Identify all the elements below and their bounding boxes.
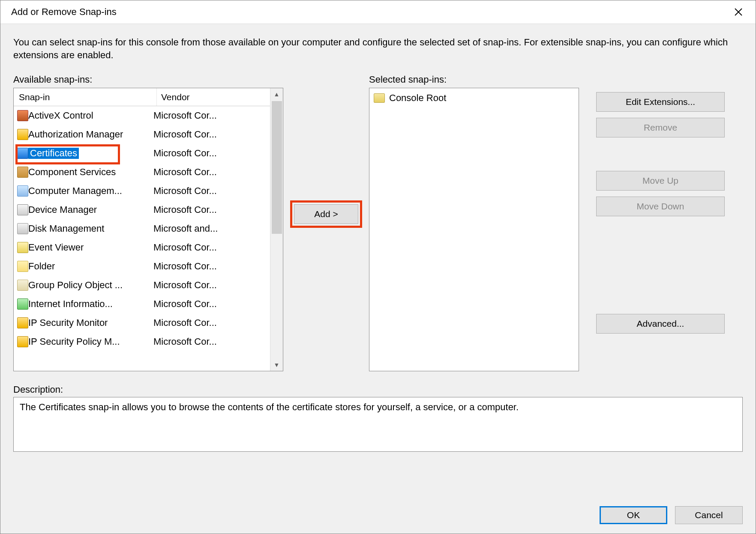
list-item[interactable]: Component ServicesMicrosoft Cor... (14, 163, 270, 182)
dialog-add-remove-snapins: Add or Remove Snap-ins You can select sn… (0, 0, 756, 534)
snapin-name: Device Manager (28, 204, 153, 215)
snapin-name: Certificates (28, 148, 153, 159)
selected-snapins-list[interactable]: Console Root (369, 88, 579, 371)
snapin-vendor: Microsoft Cor... (153, 261, 270, 272)
folder-icon (374, 93, 385, 103)
edit-extensions-button[interactable]: Edit Extensions... (596, 92, 725, 112)
close-button[interactable] (730, 3, 747, 21)
available-snapins-label: Available snap-ins: (13, 74, 283, 85)
list-item[interactable]: Computer Managem...Microsoft Cor... (14, 182, 270, 200)
snapin-name: Disk Management (28, 223, 153, 234)
disk-icon (17, 223, 28, 234)
cert-icon (17, 148, 28, 159)
ipsec1-icon (17, 317, 28, 328)
list-item[interactable]: Authorization ManagerMicrosoft Cor... (14, 125, 270, 144)
list-item[interactable]: FolderMicrosoft Cor... (14, 257, 270, 276)
ok-button[interactable]: OK (600, 506, 667, 524)
comp-icon (17, 167, 28, 178)
snapin-vendor: Microsoft Cor... (153, 317, 270, 328)
description-box: The Certificates snap-in allows you to b… (13, 397, 743, 452)
snapin-name: Authorization Manager (28, 129, 153, 140)
cancel-button[interactable]: Cancel (675, 506, 743, 524)
folder-icon (17, 261, 28, 272)
remove-button[interactable]: Remove (596, 118, 725, 137)
snapin-vendor: Microsoft Cor... (153, 298, 270, 310)
list-item[interactable]: IP Security Policy M...Microsoft Cor... (14, 332, 270, 351)
add-button[interactable]: Add > (294, 204, 358, 224)
selected-snapins-label: Selected snap-ins: (369, 74, 579, 85)
gpo-icon (17, 280, 28, 291)
snapin-name: ActiveX Control (28, 110, 153, 121)
list-item[interactable]: ActiveX ControlMicrosoft Cor... (14, 106, 270, 125)
instructions-text: You can select snap-ins for this console… (13, 36, 743, 61)
selected-item-console-root[interactable]: Console Root (374, 91, 574, 105)
available-snapins-list[interactable]: Snap-in Vendor ActiveX ControlMicrosoft … (13, 88, 283, 371)
list-item[interactable]: IP Security MonitorMicrosoft Cor... (14, 313, 270, 332)
snapin-vendor: Microsoft Cor... (153, 185, 270, 197)
snapin-name: Computer Managem... (28, 185, 153, 197)
compmgmt-icon (17, 185, 28, 197)
dialog-title: Add or Remove Snap-ins (11, 6, 730, 18)
snapin-name: IP Security Monitor (28, 317, 153, 328)
snapin-name: Group Policy Object ... (28, 280, 153, 291)
list-item[interactable]: Device ManagerMicrosoft Cor... (14, 200, 270, 219)
snapin-vendor: Microsoft and... (153, 223, 270, 234)
advanced-button[interactable]: Advanced... (596, 314, 725, 334)
snapin-name: Event Viewer (28, 242, 153, 253)
scrollbar[interactable]: ▲ ▼ (270, 88, 283, 371)
event-icon (17, 242, 28, 253)
column-header-vendor[interactable]: Vendor (157, 92, 283, 102)
dialog-footer: OK Cancel (0, 497, 756, 534)
snapin-vendor: Microsoft Cor... (153, 129, 270, 140)
snapin-vendor: Microsoft Cor... (153, 167, 270, 178)
list-item[interactable]: Disk ManagementMicrosoft and... (14, 219, 270, 238)
device-icon (17, 204, 28, 215)
snapin-vendor: Microsoft Cor... (153, 148, 270, 159)
snapin-vendor: Microsoft Cor... (153, 110, 270, 121)
snapin-vendor: Microsoft Cor... (153, 204, 270, 215)
ipsec2-icon (17, 336, 28, 347)
scroll-thumb[interactable] (272, 101, 282, 234)
scroll-up-icon[interactable]: ▲ (271, 88, 283, 100)
snapin-vendor: Microsoft Cor... (153, 280, 270, 291)
description-text: The Certificates snap-in allows you to b… (20, 402, 519, 412)
snapin-vendor: Microsoft Cor... (153, 242, 270, 253)
activex-icon (17, 110, 28, 121)
iis-icon (17, 298, 28, 310)
auth-icon (17, 129, 28, 140)
list-item[interactable]: Event ViewerMicrosoft Cor... (14, 238, 270, 257)
annotation-highlight-add: Add > (290, 200, 362, 228)
list-header[interactable]: Snap-in Vendor (14, 88, 283, 106)
dialog-body: You can select snap-ins for this console… (0, 24, 756, 497)
description-label: Description: (13, 384, 743, 395)
list-item[interactable]: Group Policy Object ...Microsoft Cor... (14, 276, 270, 295)
snapin-name: IP Security Policy M... (28, 336, 153, 347)
snapin-name: Internet Informatio... (28, 298, 153, 310)
list-item[interactable]: Internet Informatio...Microsoft Cor... (14, 295, 270, 313)
move-up-button[interactable]: Move Up (596, 171, 725, 191)
list-item[interactable]: CertificatesMicrosoft Cor... (14, 144, 270, 163)
selected-item-label: Console Root (389, 92, 446, 104)
snapin-vendor: Microsoft Cor... (153, 336, 270, 347)
scroll-down-icon[interactable]: ▼ (271, 359, 283, 371)
column-header-snapin[interactable]: Snap-in (14, 88, 157, 106)
move-down-button[interactable]: Move Down (596, 197, 725, 216)
snapin-name: Component Services (28, 167, 153, 178)
titlebar: Add or Remove Snap-ins (0, 0, 756, 24)
snapin-name: Folder (28, 261, 153, 272)
